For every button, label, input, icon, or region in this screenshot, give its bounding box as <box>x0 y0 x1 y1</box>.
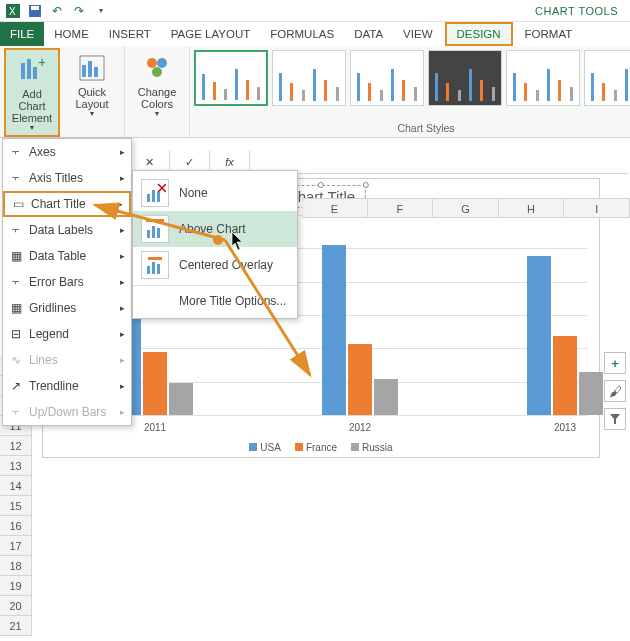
chart-style-thumb[interactable] <box>272 50 346 106</box>
svg-text:X: X <box>9 6 16 17</box>
redo-icon[interactable]: ↷ <box>70 2 88 20</box>
data-labels-icon: ⫟ <box>9 223 23 237</box>
above-chart-icon <box>141 215 169 243</box>
chart-side-buttons: + 🖌 <box>604 352 626 430</box>
chart-title-icon: ▭ <box>11 197 25 211</box>
menu-legend[interactable]: ⊟Legend▸ <box>3 321 131 347</box>
row-header[interactable]: 19 <box>0 576 31 596</box>
tab-design[interactable]: DESIGN <box>445 22 513 46</box>
legend-item[interactable]: France <box>295 442 337 453</box>
group-chart-layouts: + Add Chart Element ▾ Quick Layout ▾ <box>0 46 125 137</box>
undo-icon[interactable]: ↶ <box>48 2 66 20</box>
add-chart-element-menu: ⫟Axes▸ ⫟Axis Titles▸ ▭Chart Title▸ ⫟Data… <box>2 138 132 426</box>
excel-icon: X <box>4 2 22 20</box>
col-header[interactable]: H <box>499 199 565 217</box>
ribbon: + Add Chart Element ▾ Quick Layout ▾ Cha… <box>0 46 630 138</box>
col-header[interactable]: E <box>302 199 368 217</box>
chart-filters-button[interactable] <box>604 408 626 430</box>
tab-home[interactable]: HOME <box>44 22 99 46</box>
menu-lines: ∿Lines▸ <box>3 347 131 373</box>
tab-page-layout[interactable]: PAGE LAYOUT <box>161 22 260 46</box>
chart-title-submenu: None Above Chart Centered Overlay More T… <box>132 170 298 319</box>
row-header[interactable]: 12 <box>0 436 31 456</box>
updown-bars-icon: ⫟ <box>9 405 23 419</box>
menu-trendline[interactable]: ↗Trendline▸ <box>3 373 131 399</box>
svg-rect-24 <box>147 266 150 274</box>
menu-axis-titles[interactable]: ⫟Axis Titles▸ <box>3 165 131 191</box>
svg-rect-22 <box>152 226 155 238</box>
change-colors-label: Change Colors <box>131 86 183 110</box>
change-colors-icon <box>141 52 173 84</box>
menu-chart-title-label: Chart Title <box>31 197 86 211</box>
svg-rect-26 <box>157 264 160 274</box>
chart-legend[interactable]: USA France Russia <box>43 442 599 453</box>
svg-rect-17 <box>157 192 160 202</box>
chart-styles-gallery[interactable] <box>190 46 630 121</box>
col-header[interactable]: G <box>433 199 499 217</box>
menu-gridlines-label: Gridlines <box>29 301 76 315</box>
add-chart-element-button[interactable]: + Add Chart Element ▾ <box>4 48 60 137</box>
row-header[interactable]: 21 <box>0 616 31 636</box>
tab-data[interactable]: DATA <box>344 22 393 46</box>
tab-format[interactable]: FORMAT <box>515 22 583 46</box>
svg-rect-10 <box>88 61 92 77</box>
menu-lines-label: Lines <box>29 353 58 367</box>
tab-insert[interactable]: INSERT <box>99 22 161 46</box>
svg-point-14 <box>152 67 162 77</box>
chart-styles-button[interactable]: 🖌 <box>604 380 626 402</box>
tab-view[interactable]: VIEW <box>393 22 442 46</box>
menu-updown-bars-label: Up/Down Bars <box>29 405 106 419</box>
submenu-more-title-options[interactable]: More Title Options... <box>133 288 297 314</box>
submenu-none-label: None <box>179 186 208 200</box>
legend-item[interactable]: Russia <box>351 442 393 453</box>
row-header[interactable]: 18 <box>0 556 31 576</box>
submenu-centered-overlay-label: Centered Overlay <box>179 258 273 272</box>
row-header[interactable]: 17 <box>0 536 31 556</box>
menu-data-table[interactable]: ▦Data Table▸ <box>3 243 131 269</box>
submenu-above-chart-label: Above Chart <box>179 222 246 236</box>
svg-rect-3 <box>31 6 39 10</box>
chart-style-thumb[interactable] <box>506 50 580 106</box>
chart-style-thumb[interactable] <box>350 50 424 106</box>
row-header[interactable]: 15 <box>0 496 31 516</box>
row-header[interactable]: 14 <box>0 476 31 496</box>
add-chart-element-label: Add Chart Element <box>8 88 56 124</box>
menu-error-bars-label: Error Bars <box>29 275 84 289</box>
lines-icon: ∿ <box>9 353 23 367</box>
chart-style-thumb[interactable] <box>194 50 268 106</box>
svg-rect-20 <box>146 219 164 222</box>
trendline-icon: ↗ <box>9 379 23 393</box>
row-header[interactable]: 20 <box>0 596 31 616</box>
qat-customize-icon[interactable]: ▾ <box>92 2 110 20</box>
chart-tools-label: CHART TOOLS <box>535 5 626 17</box>
col-header[interactable]: I <box>564 199 630 217</box>
col-header[interactable]: F <box>368 199 434 217</box>
menu-chart-title[interactable]: ▭Chart Title▸ <box>3 191 131 217</box>
change-colors-button[interactable]: Change Colors ▾ <box>129 48 185 121</box>
chart-style-thumb[interactable] <box>428 50 502 106</box>
submenu-above-chart[interactable]: Above Chart <box>133 211 297 247</box>
svg-rect-15 <box>147 194 150 202</box>
submenu-centered-overlay[interactable]: Centered Overlay <box>133 247 297 283</box>
svg-text:+: + <box>38 57 45 70</box>
legend-icon: ⊟ <box>9 327 23 341</box>
menu-axes[interactable]: ⫟Axes▸ <box>3 139 131 165</box>
axis-titles-icon: ⫟ <box>9 171 23 185</box>
menu-updown-bars: ⫟Up/Down Bars▸ <box>3 399 131 425</box>
menu-data-labels[interactable]: ⫟Data Labels▸ <box>3 217 131 243</box>
save-icon[interactable] <box>26 2 44 20</box>
menu-axis-titles-label: Axis Titles <box>29 171 83 185</box>
row-header[interactable]: 13 <box>0 456 31 476</box>
svg-rect-6 <box>33 67 37 79</box>
row-header[interactable]: 16 <box>0 516 31 536</box>
menu-error-bars[interactable]: ⫟Error Bars▸ <box>3 269 131 295</box>
legend-item[interactable]: USA <box>249 442 281 453</box>
tab-formulas[interactable]: FORMULAS <box>260 22 344 46</box>
svg-rect-25 <box>152 262 155 274</box>
chart-elements-button[interactable]: + <box>604 352 626 374</box>
menu-gridlines[interactable]: ▦Gridlines▸ <box>3 295 131 321</box>
tab-file[interactable]: FILE <box>0 22 44 46</box>
quick-layout-button[interactable]: Quick Layout ▾ <box>64 48 120 137</box>
submenu-none[interactable]: None <box>133 175 297 211</box>
chart-style-thumb[interactable] <box>584 50 630 106</box>
